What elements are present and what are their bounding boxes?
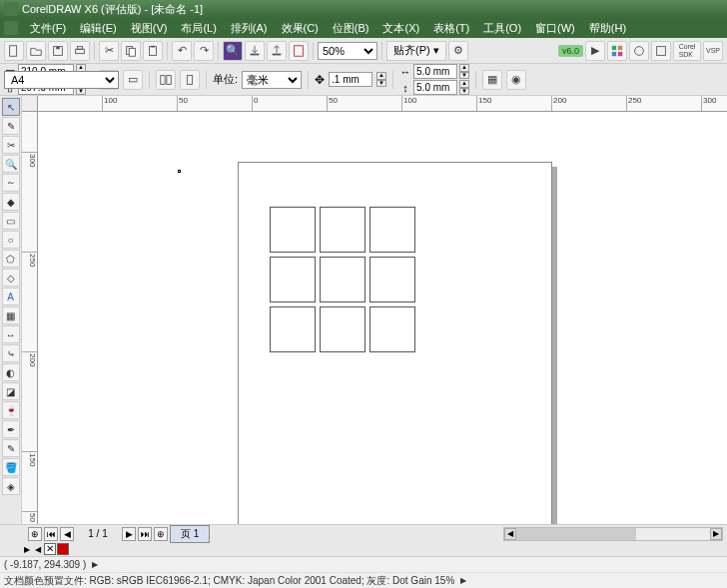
outline-tool[interactable]: ✎ <box>2 439 20 457</box>
landscape-button[interactable]: ▭ <box>123 70 143 90</box>
rectangle[interactable] <box>369 257 415 302</box>
add-page-button[interactable]: ⊕ <box>28 527 42 541</box>
rectangle[interactable] <box>270 207 316 253</box>
palette-scroll-left[interactable]: ▶ <box>22 545 32 554</box>
shape-tool[interactable]: ✎ <box>2 117 20 135</box>
all-pages-button[interactable] <box>156 70 176 90</box>
interactive-blend-tool[interactable]: ◐ <box>2 363 20 381</box>
open-button[interactable] <box>26 41 46 61</box>
page-navigator: ⊕ ⏮ ◀ 1 / 1 ▶ ⏭ ⊕ 页 1 ◀ ▶ <box>0 524 727 542</box>
vsp-button[interactable]: VSP <box>703 41 723 61</box>
menu-tools[interactable]: 工具(O) <box>477 19 527 38</box>
menu-window[interactable]: 窗口(W) <box>529 19 581 38</box>
color-swatch[interactable] <box>57 543 69 555</box>
rectangle[interactable] <box>320 257 365 302</box>
freehand-tool[interactable]: ～ <box>2 174 20 192</box>
menu-effects[interactable]: 效果(C) <box>276 19 325 38</box>
save-button[interactable] <box>48 41 68 61</box>
options-button-2[interactable]: ◉ <box>506 70 526 90</box>
drawing-canvas[interactable] <box>38 112 727 524</box>
prev-page-button[interactable]: ◀ <box>60 527 74 541</box>
cut-button[interactable]: ✂ <box>99 41 119 61</box>
polygon-tool[interactable]: ⬠ <box>2 250 20 268</box>
rectangle[interactable] <box>369 207 415 253</box>
table-tool[interactable]: ▦ <box>2 306 20 324</box>
app-launcher-3[interactable] <box>651 41 671 61</box>
publish-pdf-button[interactable] <box>289 41 309 61</box>
menu-arrange[interactable]: 排列(A) <box>225 19 274 38</box>
dimension-tool[interactable]: ↔ <box>2 325 20 343</box>
scroll-thumb[interactable] <box>516 528 636 540</box>
rectangle[interactable] <box>270 306 316 352</box>
unit-select[interactable]: 毫米 <box>242 71 302 89</box>
eyedropper-tool[interactable]: ✒ <box>2 420 20 438</box>
nudge-spinner[interactable]: ▲▼ <box>376 72 386 87</box>
menu-bitmap[interactable]: 位图(B) <box>327 19 375 38</box>
smart-fill-tool[interactable]: ◆ <box>2 193 20 211</box>
paste-button[interactable] <box>143 41 163 61</box>
launch-button[interactable]: ▶ <box>585 41 605 61</box>
ellipse-tool[interactable]: ○ <box>2 231 20 249</box>
page-tab[interactable]: 页 1 <box>170 525 210 543</box>
palette-scroll-left-2[interactable]: ◀ <box>33 545 43 554</box>
redo-button[interactable]: ↷ <box>194 41 214 61</box>
svg-rect-17 <box>657 46 666 55</box>
new-button[interactable] <box>4 41 24 61</box>
horizontal-ruler[interactable]: 100 50 0 50 100 150 200 250 300 <box>38 96 727 112</box>
rectangle[interactable] <box>320 207 365 253</box>
dup-y-spinner[interactable]: ▲▼ <box>459 80 469 95</box>
export-button[interactable] <box>267 41 287 61</box>
last-page-button[interactable]: ⏭ <box>138 527 152 541</box>
ruler-origin[interactable] <box>22 96 38 112</box>
duplicate-x-input[interactable] <box>413 64 457 79</box>
rectangle[interactable] <box>320 306 365 352</box>
page-size-select[interactable]: A4 <box>4 71 119 89</box>
transparency-tool[interactable]: 🍷 <box>2 401 20 419</box>
menu-table[interactable]: 表格(T) <box>427 19 475 38</box>
no-fill-swatch[interactable] <box>44 543 56 555</box>
horizontal-scrollbar[interactable]: ◀ ▶ <box>503 527 723 541</box>
menu-layout[interactable]: 布局(L) <box>175 19 222 38</box>
current-page-button[interactable] <box>180 70 200 90</box>
pick-tool[interactable]: ↖ <box>2 98 20 116</box>
import-button[interactable] <box>245 41 265 61</box>
menu-text[interactable]: 文本(X) <box>376 19 425 38</box>
rectangle[interactable] <box>270 257 316 302</box>
scroll-right-arrow[interactable]: ▶ <box>710 528 722 540</box>
next-page-button[interactable]: ▶ <box>122 527 136 541</box>
drop-shadow-tool[interactable]: ◪ <box>2 382 20 400</box>
nudge-input[interactable] <box>329 72 372 87</box>
treat-as-filled-button[interactable]: ▦ <box>482 70 502 90</box>
search-button[interactable]: 🔍 <box>223 41 243 61</box>
vertical-ruler[interactable]: 300 250 200 150 50 <box>22 112 38 524</box>
zoom-tool[interactable]: 🔍 <box>2 155 20 173</box>
basic-shapes-tool[interactable]: ◇ <box>2 269 20 287</box>
menu-file[interactable]: 文件(F) <box>24 19 72 38</box>
scroll-left-arrow[interactable]: ◀ <box>504 528 516 540</box>
dup-y-icon: ↕ <box>399 82 411 94</box>
snap-to-button[interactable]: 贴齐(P) ▾ <box>386 41 446 61</box>
duplicate-y-input[interactable] <box>413 80 457 95</box>
menu-edit[interactable]: 编辑(E) <box>74 19 123 38</box>
corel-sdk-button[interactable]: CorelSDK <box>673 41 701 61</box>
copy-button[interactable] <box>121 41 141 61</box>
undo-button[interactable]: ↶ <box>172 41 192 61</box>
add-page-end-button[interactable]: ⊕ <box>154 527 168 541</box>
options-button[interactable]: ⚙ <box>448 41 468 61</box>
menu-help[interactable]: 帮助(H) <box>583 19 632 38</box>
print-button[interactable] <box>70 41 90 61</box>
dup-x-spinner[interactable]: ▲▼ <box>459 64 469 79</box>
menu-view[interactable]: 视图(V) <box>125 19 174 38</box>
fill-tool[interactable]: 🪣 <box>2 458 20 476</box>
interactive-fill-tool[interactable]: ◈ <box>2 477 20 495</box>
crop-tool[interactable]: ✂ <box>2 136 20 154</box>
separator <box>308 71 309 89</box>
rectangle-tool[interactable]: ▭ <box>2 212 20 230</box>
text-tool[interactable]: A <box>2 288 20 305</box>
app-launcher-1[interactable] <box>607 41 627 61</box>
zoom-level-select[interactable]: 50% <box>318 42 377 60</box>
first-page-button[interactable]: ⏮ <box>44 527 58 541</box>
connector-tool[interactable]: ⤷ <box>2 344 20 362</box>
app-launcher-2[interactable] <box>629 41 649 61</box>
rectangle[interactable] <box>369 306 415 352</box>
